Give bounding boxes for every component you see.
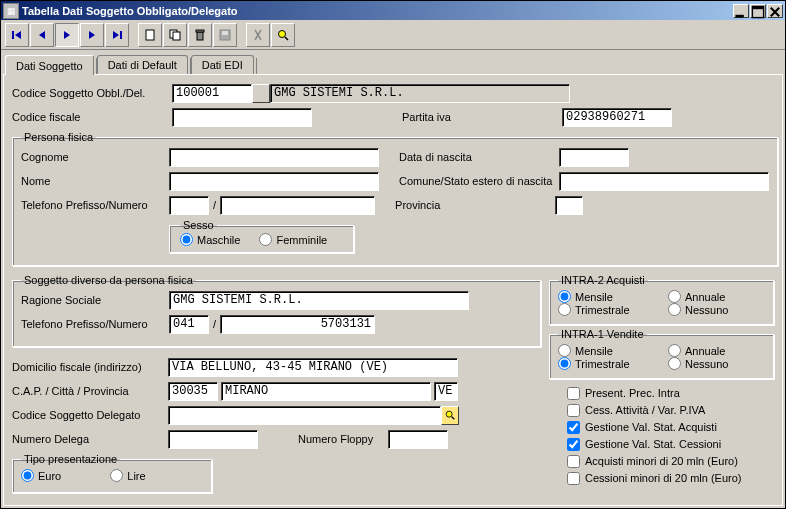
codice-delegato-input[interactable] xyxy=(168,406,441,425)
domicilio-input[interactable] xyxy=(168,358,458,377)
acquisti-minori-checkbox[interactable]: Acquisti minori di 20 mln (Euro) xyxy=(567,453,774,469)
tipo-euro-radio[interactable]: Euro xyxy=(21,469,61,482)
search-button[interactable] xyxy=(271,23,295,47)
provincia-input[interactable] xyxy=(434,382,458,401)
ragione-sociale-label: Ragione Sociale xyxy=(21,294,169,306)
intra1-legend: INTRA-1 Vendite xyxy=(558,328,647,340)
app-icon: ▦ xyxy=(3,3,19,19)
partita-iva-input[interactable] xyxy=(562,108,672,127)
telefono-label: Telefono Prefisso/Numero xyxy=(21,318,169,330)
cap-input[interactable] xyxy=(168,382,218,401)
intra2-mensile-radio[interactable]: Mensile xyxy=(558,290,652,303)
codice-soggetto-input[interactable] xyxy=(172,84,252,103)
svg-point-12 xyxy=(279,30,286,37)
comune-stato-input[interactable] xyxy=(559,172,769,191)
numero-floppy-input[interactable] xyxy=(388,430,448,449)
restore-button[interactable] xyxy=(750,4,766,18)
company-name-display xyxy=(270,84,570,103)
cess-attivita-checkbox[interactable]: Cess. Attività / Var. P.IVA xyxy=(567,402,774,418)
svg-rect-0 xyxy=(735,14,743,17)
cut-button[interactable] xyxy=(246,23,270,47)
tab-dati-default[interactable]: Dati di Default xyxy=(97,55,188,74)
gestione-cessioni-checkbox[interactable]: Gestione Val. Stat. Cessioni xyxy=(567,436,774,452)
telefono-pf-prefisso-input[interactable] xyxy=(169,196,209,215)
telefono-pf-label: Telefono Prefisso/Numero xyxy=(21,199,169,211)
tipo-presentazione-group: Tipo presentazione Euro Lire xyxy=(12,453,212,493)
toolbar xyxy=(1,20,785,50)
intra1-annuale-radio[interactable]: Annuale xyxy=(668,344,728,357)
intra1-nessuno-radio[interactable]: Nessuno xyxy=(668,357,728,370)
numero-delega-label: Numero Delega xyxy=(12,433,168,445)
delete-button[interactable] xyxy=(188,23,212,47)
intra1-mensile-radio[interactable]: Mensile xyxy=(558,344,652,357)
nav-last-button[interactable] xyxy=(105,23,129,47)
codice-soggetto-lookup-button[interactable] xyxy=(252,84,270,103)
cessioni-minori-checkbox[interactable]: Cessioni minori di 20 mln (Euro) xyxy=(567,470,774,486)
slash-separator-2: / xyxy=(213,318,216,330)
cognome-label: Cognome xyxy=(21,151,169,163)
telefono-prefisso-input[interactable] xyxy=(169,315,209,334)
tab-content: Codice Soggetto Obbl./Del. Codice fiscal… xyxy=(3,74,783,506)
save-button[interactable] xyxy=(213,23,237,47)
persona-fisica-group: Persona fisica Cognome Data di nascita N… xyxy=(12,131,778,266)
codice-fiscale-label: Codice fiscale xyxy=(12,111,172,123)
tipo-lire-radio[interactable]: Lire xyxy=(110,469,145,482)
svg-rect-11 xyxy=(222,31,228,35)
domicilio-label: Domicilio fiscale (indirizzo) xyxy=(12,361,168,373)
app-window: ▦ Tabella Dati Soggetto Obbligato/Delega… xyxy=(0,0,786,509)
soggetto-diverso-legend: Soggetto diverso da persona fisica xyxy=(21,274,196,286)
partita-iva-label: Partita iva xyxy=(402,111,482,123)
present-prec-checkbox[interactable]: Present. Prec. Intra xyxy=(567,385,774,401)
slash-separator: / xyxy=(213,199,216,211)
minimize-button[interactable] xyxy=(733,4,749,18)
intra1-group: INTRA-1 Vendite Mensile Trimestrale Annu… xyxy=(549,328,774,379)
intra2-group: INTRA-2 Acquisti Mensile Trimestrale Ann… xyxy=(549,274,774,325)
svg-rect-9 xyxy=(196,30,204,32)
intra2-trimestrale-radio[interactable]: Trimestrale xyxy=(558,303,652,316)
numero-delega-input[interactable] xyxy=(168,430,258,449)
nav-first-button[interactable] xyxy=(5,23,29,47)
tab-dati-soggetto[interactable]: Dati Soggetto xyxy=(5,55,94,75)
nav-next-button[interactable] xyxy=(80,23,104,47)
codice-delegato-lookup-button[interactable] xyxy=(441,406,459,425)
sesso-group: Sesso Maschile Femminile xyxy=(169,219,354,253)
svg-rect-8 xyxy=(197,32,203,40)
nome-input[interactable] xyxy=(169,172,379,191)
telefono-pf-numero-input[interactable] xyxy=(220,196,375,215)
telefono-numero-input[interactable] xyxy=(220,315,375,334)
codice-soggetto-label: Codice Soggetto Obbl./Del. xyxy=(12,87,172,99)
citta-input[interactable] xyxy=(221,382,431,401)
tipo-presentazione-legend: Tipo presentazione xyxy=(21,453,120,465)
nav-current-button[interactable] xyxy=(55,23,79,47)
sesso-legend: Sesso xyxy=(180,219,217,231)
data-nascita-label: Data di nascita xyxy=(399,151,559,163)
nome-label: Nome xyxy=(21,175,169,187)
soggetto-diverso-group: Soggetto diverso da persona fisica Ragio… xyxy=(12,274,541,347)
cognome-input[interactable] xyxy=(169,148,379,167)
comune-stato-label: Comune/Stato estero di nascita xyxy=(399,175,559,187)
gestione-acquisti-checkbox[interactable]: Gestione Val. Stat. Acquisti xyxy=(567,419,774,435)
intra2-nessuno-radio[interactable]: Nessuno xyxy=(668,303,728,316)
intra2-annuale-radio[interactable]: Annuale xyxy=(668,290,728,303)
svg-rect-2 xyxy=(752,6,763,9)
ragione-sociale-input[interactable] xyxy=(169,291,469,310)
sesso-femminile-radio[interactable]: Femminile xyxy=(259,233,327,246)
numero-floppy-label: Numero Floppy xyxy=(298,433,388,445)
svg-rect-4 xyxy=(120,31,122,39)
sesso-maschile-radio[interactable]: Maschile xyxy=(180,233,240,246)
intra2-legend: INTRA-2 Acquisti xyxy=(558,274,648,286)
new-button[interactable] xyxy=(138,23,162,47)
tab-dati-edi[interactable]: Dati EDI xyxy=(191,55,254,74)
close-button[interactable] xyxy=(767,4,783,18)
persona-fisica-legend: Persona fisica xyxy=(21,131,96,143)
codice-fiscale-input[interactable] xyxy=(172,108,312,127)
provincia-pf-input[interactable] xyxy=(555,196,583,215)
svg-rect-5 xyxy=(146,30,154,40)
intra1-trimestrale-radio[interactable]: Trimestrale xyxy=(558,357,652,370)
provincia-pf-label: Provincia xyxy=(395,199,555,211)
data-nascita-input[interactable] xyxy=(559,148,629,167)
nav-prev-button[interactable] xyxy=(30,23,54,47)
cap-citta-label: C.A.P. / Città / Provincia xyxy=(12,385,168,397)
copy-button[interactable] xyxy=(163,23,187,47)
svg-point-13 xyxy=(446,411,452,417)
